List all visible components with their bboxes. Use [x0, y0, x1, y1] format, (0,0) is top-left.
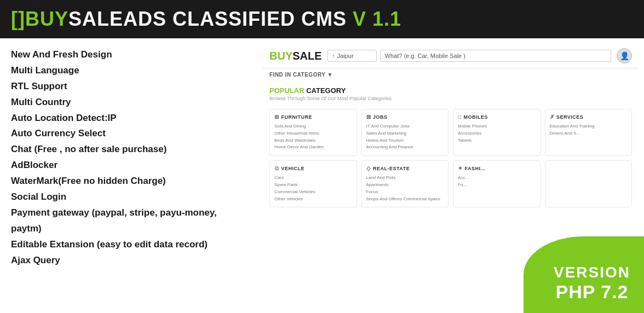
- feature-item-5: Auto Location Detect:IP: [11, 111, 246, 126]
- feature-item-7: Chat (Free , no after sale purchase): [11, 142, 246, 158]
- vehicle-item-4: Other Vehicles: [274, 196, 352, 203]
- feature-item-1: New And Fresh Design: [11, 47, 246, 63]
- furniture-item-4: Home Decor And Garden: [274, 144, 352, 151]
- furniture-icon: ⊞: [274, 114, 279, 120]
- cat-card-furniture: ⊞ FURNITURE Sofa And Dining Other Househ…: [269, 109, 357, 156]
- feature-item-12: Editable Extansion (easy to edit data re…: [11, 237, 246, 253]
- page-header: []BUYSALEADS CLASSIFIED CMS V 1.1: [0, 0, 644, 38]
- services-icon: ✗: [550, 114, 555, 120]
- location-arrow-icon: ↑: [332, 53, 335, 59]
- php-version-label: PHP 7.2: [555, 281, 628, 303]
- cat-card-fashion: ✦ FASHI... Acc... Fo...: [453, 160, 540, 207]
- app-search-bar: ↑ Jaipur What? (e.g. Car, Mobile Sale ): [327, 50, 611, 62]
- fashion-item-1: Acc...: [458, 175, 536, 182]
- services-item-1: Education And Training: [550, 123, 628, 130]
- realestate-item-3: Focus: [366, 189, 444, 196]
- fashion-item-2: Fo...: [458, 182, 536, 189]
- vehicle-label: VEHICLE: [281, 166, 305, 171]
- realestate-label: REAL-ESTATE: [373, 166, 410, 171]
- location-value: Jaipur: [337, 53, 354, 59]
- services-label: SERVICES: [556, 114, 583, 120]
- find-category-label: FIND IN CATEGORY ▼: [269, 72, 333, 78]
- furniture-item-2: Other Household Items: [274, 130, 352, 137]
- popular-category-title: POPULAR CATEGORY: [269, 86, 632, 95]
- app-logo-sale: SALE: [292, 50, 321, 62]
- search-placeholder: What? (e.g. Car, Mobile Sale ): [385, 53, 465, 59]
- categories-row-1: ⊞ FURNITURE Sofa And Dining Other Househ…: [263, 109, 639, 156]
- cat-title-fashion: ✦ FASHI...: [458, 165, 536, 171]
- feature-item-13: Ajax Query: [11, 253, 246, 269]
- location-input[interactable]: ↑ Jaipur: [327, 50, 377, 62]
- app-nav[interactable]: FIND IN CATEGORY ▼: [263, 68, 639, 81]
- cat-card-empty: [545, 160, 633, 207]
- feature-item-6: Auto Currency Select: [11, 126, 246, 142]
- vehicle-item-1: Cars: [274, 175, 352, 182]
- cat-title-furniture: ⊞ FURNITURE: [274, 114, 352, 120]
- cat-title-jobs: ⊠ JOBS: [366, 114, 444, 120]
- furniture-item-3: Beds And Wardrobes: [274, 137, 352, 144]
- realestate-item-4: Shops And Offices Commercial Space: [366, 196, 444, 203]
- app-logo-buy: BUY: [269, 50, 292, 62]
- realestate-icon: ◇: [366, 165, 371, 171]
- app-screenshot: BUYSALE ↑ Jaipur What? (e.g. Car, Mobile…: [257, 38, 644, 313]
- categories-row-2: ⊙ VEHICLE Cars Spare Parts Commercial Ve…: [263, 156, 639, 207]
- vehicle-item-2: Spare Parts: [274, 182, 352, 189]
- features-items: New And Fresh Design Multi Language RTL …: [11, 47, 246, 268]
- feature-item-11: Payment gateway (paypal, stripe, payu-mo…: [11, 205, 246, 237]
- jobs-label: JOBS: [373, 114, 388, 120]
- mobiles-item-2: Accessories: [458, 130, 536, 137]
- cms-text: CMS: [295, 8, 347, 30]
- cat-title-vehicle: ⊙ VEHICLE: [274, 165, 352, 171]
- category-dark-text: CATEGORY: [304, 86, 346, 95]
- realestate-item-1: Land And Plots: [366, 175, 444, 182]
- bracket-close: ]: [18, 8, 25, 30]
- product-title: []BUYSALEADS CLASSIFIED CMS V 1.1: [11, 8, 401, 31]
- feature-item-4: Multi Country: [11, 95, 246, 111]
- fashion-label: FASHI...: [465, 166, 486, 171]
- app-header: BUYSALE ↑ Jaipur What? (e.g. Car, Mobile…: [263, 44, 639, 68]
- fashion-icon: ✦: [458, 165, 463, 171]
- jobs-icon: ⊠: [366, 114, 371, 120]
- vehicle-icon: ⊙: [274, 165, 279, 171]
- mobiles-icon: □: [458, 114, 462, 120]
- cat-card-realestate: ◇ REAL-ESTATE Land And Plots Apartments …: [361, 160, 449, 207]
- cat-card-services: ✗ SERVICES Education And Training Driver…: [545, 109, 633, 156]
- jobs-item-3: Hotels And Tourism: [366, 137, 444, 144]
- popular-green-text: POPULAR: [269, 86, 304, 95]
- jobs-item-1: IT And Computer Jobs: [366, 123, 444, 130]
- mobiles-label: MOBILES: [464, 114, 488, 120]
- bracket-open: [: [11, 8, 18, 30]
- version-badge: VERSION PHP 7.2: [524, 236, 644, 313]
- buy-text: BUY: [25, 8, 68, 30]
- sale-text: SALE: [68, 8, 123, 30]
- jobs-item-4: Accounting And Finance: [366, 144, 444, 151]
- version-text: V 1.1: [347, 8, 401, 30]
- cat-title-services: ✗ SERVICES: [550, 114, 628, 120]
- popular-category-sub: Browse Through Some Of Our Most Popular …: [269, 96, 632, 101]
- feature-item-10: Social Login: [11, 189, 246, 205]
- app-logo: BUYSALE: [269, 50, 322, 62]
- features-list: New And Fresh Design Multi Language RTL …: [0, 38, 257, 313]
- jobs-item-2: Sales And Marketing: [366, 130, 444, 137]
- vehicle-item-3: Commercial Vehicles: [274, 189, 352, 196]
- realestate-item-2: Apartments: [366, 182, 444, 189]
- feature-item-9: WaterMark(Free no hidden Charge): [11, 173, 246, 189]
- cat-card-jobs: ⊠ JOBS IT And Computer Jobs Sales And Ma…: [361, 109, 449, 156]
- furniture-item-1: Sofa And Dining: [274, 123, 352, 130]
- main-content: New And Fresh Design Multi Language RTL …: [0, 38, 644, 313]
- feature-item-3: RTL Support: [11, 79, 246, 95]
- furniture-label: FURNITURE: [281, 114, 313, 120]
- feature-item-2: Multi Language: [11, 63, 246, 79]
- cat-card-vehicle: ⊙ VEHICLE Cars Spare Parts Commercial Ve…: [269, 160, 357, 207]
- dash-text: ADS CLASSIFIED: [123, 8, 295, 30]
- cat-title-realestate: ◇ REAL-ESTATE: [366, 165, 444, 171]
- user-avatar[interactable]: 👤: [617, 48, 632, 63]
- services-item-2: Drivers And S...: [550, 130, 628, 137]
- cat-card-mobiles: □ MOBILES Mobile Phones Accessories Tabl…: [453, 109, 540, 156]
- feature-item-8: AdBlocker: [11, 158, 246, 173]
- popular-category-section: POPULAR CATEGORY Browse Through Some Of …: [263, 81, 639, 109]
- search-input[interactable]: What? (e.g. Car, Mobile Sale ): [380, 50, 611, 62]
- mobiles-item-1: Mobile Phones: [458, 123, 536, 130]
- mobiles-item-3: Tablets: [458, 137, 536, 144]
- version-label: VERSION: [554, 264, 630, 281]
